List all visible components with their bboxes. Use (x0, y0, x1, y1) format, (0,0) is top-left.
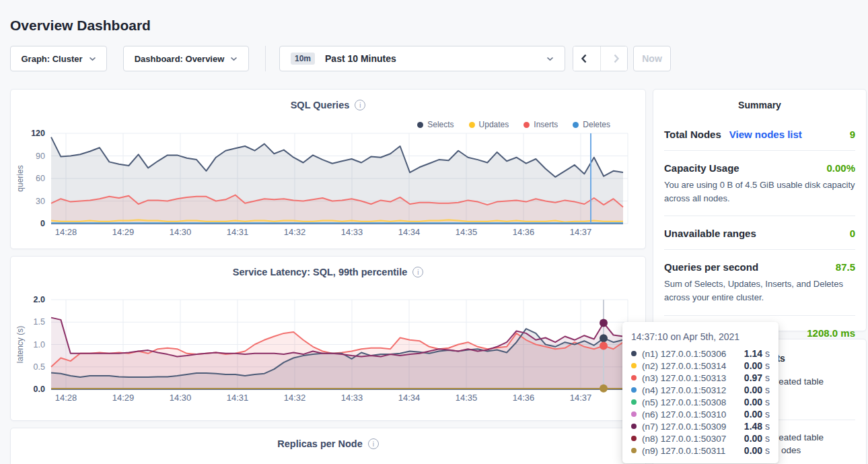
legend-item-inserts[interactable]: Inserts (523, 120, 558, 129)
p99-value: 1208.0 ms (807, 327, 855, 339)
unavailable-value: 0 (850, 228, 855, 239)
node-address: (n4) 127.0.0.1:50312 (642, 385, 726, 395)
event-item[interactable]: created table (771, 376, 824, 387)
total-nodes-value: 9 (850, 129, 855, 140)
chart-hover-tooltip: 14:37:10 on Apr 5th, 2021 (n1) 127.0.0.1… (622, 322, 779, 463)
total-nodes-label: Total Nodes (664, 129, 721, 140)
svg-text:1.0: 1.0 (34, 340, 45, 350)
time-range-selector[interactable]: 10m Past 10 Minutes (279, 46, 565, 71)
now-button[interactable]: Now (633, 46, 671, 71)
dashboard-dropdown[interactable]: Dashboard: Overview (123, 46, 249, 71)
info-icon[interactable] (412, 267, 423, 277)
latency-chart[interactable]: 0.00.51.01.52.014:2814:2914:3014:3114:32… (11, 292, 647, 412)
svg-text:14:34: 14:34 (398, 227, 421, 237)
time-prev-button[interactable] (573, 46, 594, 71)
chevron-down-icon (230, 57, 238, 61)
page-title: Overview Dashboard (10, 18, 151, 34)
node-dot-icon (631, 399, 637, 405)
view-nodes-list-link[interactable]: View nodes list (729, 129, 802, 140)
sql-queries-title-row: SQL Queries (11, 100, 645, 110)
qps-desc: Sum of Selects, Updates, Inserts, and De… (664, 277, 855, 304)
event-item[interactable]: created table odes (771, 431, 824, 457)
svg-text:90: 90 (36, 152, 45, 161)
svg-text:14:30: 14:30 (170, 393, 192, 403)
tooltip-node-row: (n3) 127.0.0.1:503130.97 s (631, 372, 770, 384)
legend-item-selects[interactable]: Selects (417, 120, 454, 129)
sql-queries-card: SQL Queries SelectsUpdatesInsertsDeletes… (10, 89, 646, 249)
node-latency-value: 0.00 s (744, 445, 770, 456)
legend-dot-icon (523, 122, 530, 128)
node-dot-icon (631, 387, 637, 393)
toolbar-divider (265, 46, 266, 71)
svg-text:14:29: 14:29 (112, 393, 135, 403)
summary-header: Summary (653, 90, 866, 110)
info-icon[interactable] (355, 100, 365, 110)
tooltip-node-row: (n4) 127.0.0.1:503120.00 s (631, 384, 770, 396)
sql-queries-chart[interactable]: 030609012014:2814:2914:3014:3114:3214:33… (11, 129, 647, 246)
node-latency-value: 1.48 s (744, 421, 770, 432)
sql-legend: SelectsUpdatesInsertsDeletes (417, 120, 610, 129)
node-address: (n3) 127.0.0.1:50313 (642, 373, 726, 383)
legend-dot-icon (469, 122, 475, 128)
svg-text:14:31: 14:31 (227, 393, 249, 403)
svg-text:14:32: 14:32 (284, 227, 306, 237)
summary-row-qps: Queries per second 87.5 Sum of Selects, … (664, 250, 855, 315)
time-pager (573, 46, 628, 71)
chevron-down-icon (89, 57, 96, 61)
latency-card: Service Latency: SQL, 99th percentile 0.… (10, 256, 646, 421)
tooltip-node-row: (n1) 127.0.0.1:503061.14 s (631, 347, 770, 360)
node-latency-value: 1.14 s (744, 348, 770, 359)
tooltip-node-row: (n8) 127.0.0.1:503070.00 s (631, 432, 770, 444)
chevron-down-icon (546, 57, 554, 61)
replicas-title-row: Replicas per Node (11, 438, 645, 449)
svg-text:14:31: 14:31 (227, 227, 249, 237)
sql-queries-title: SQL Queries (291, 100, 350, 110)
chevron-left-icon (580, 53, 587, 64)
node-address: (n2) 127.0.0.1:50314 (642, 361, 726, 371)
legend-item-deletes[interactable]: Deletes (573, 120, 610, 129)
svg-text:queries: queries (15, 165, 25, 191)
time-range-badge: 10m (291, 53, 315, 65)
node-address: (n6) 127.0.0.1:50310 (642, 409, 726, 420)
capacity-label: Capacity Usage (664, 162, 739, 174)
node-dot-icon (631, 375, 637, 380)
time-next-button[interactable] (606, 46, 627, 71)
info-icon[interactable] (368, 438, 379, 449)
node-dot-icon (631, 411, 637, 417)
svg-text:0.5: 0.5 (34, 362, 45, 372)
node-latency-value: 0.00 s (744, 397, 770, 407)
tooltip-node-row: (n2) 127.0.0.1:503140.00 s (631, 360, 770, 372)
unavailable-label: Unavailable ranges (664, 228, 756, 239)
summary-row-capacity: Capacity Usage 0.00% You are using 0 B o… (664, 151, 855, 216)
legend-item-updates[interactable]: Updates (469, 120, 509, 129)
svg-text:30: 30 (36, 197, 45, 206)
tooltip-node-row: (n7) 127.0.0.1:503091.48 s (631, 420, 770, 432)
svg-text:14:33: 14:33 (341, 227, 363, 237)
node-dot-icon (631, 424, 637, 429)
node-latency-value: 0.97 s (744, 372, 770, 383)
legend-dot-icon (573, 122, 579, 128)
svg-text:14:34: 14:34 (398, 393, 421, 403)
svg-text:14:32: 14:32 (284, 393, 306, 403)
legend-label: Deletes (583, 120, 610, 129)
graph-dropdown[interactable]: Graph: Cluster (10, 46, 107, 71)
latency-title-row: Service Latency: SQL, 99th percentile (11, 267, 645, 277)
capacity-desc: You are using 0 B of 4.5 GiB usable disk… (664, 178, 855, 205)
node-address: (n1) 127.0.0.1:50306 (642, 349, 726, 359)
node-latency-value: 0.00 s (744, 409, 770, 420)
svg-text:14:37: 14:37 (570, 227, 592, 237)
graph-dropdown-label: Graph: Cluster (21, 54, 82, 64)
svg-text:14:36: 14:36 (513, 227, 535, 237)
pager-divider (600, 46, 601, 71)
capacity-value: 0.00% (826, 162, 855, 174)
node-address: (n8) 127.0.0.1:50307 (642, 434, 726, 444)
node-address: (n9) 127.0.0.1:50311 (642, 446, 725, 456)
svg-text:14:33: 14:33 (341, 393, 363, 403)
legend-dot-icon (417, 122, 423, 128)
svg-text:14:36: 14:36 (513, 393, 535, 403)
svg-text:0: 0 (40, 219, 45, 228)
svg-text:2.0: 2.0 (34, 295, 45, 304)
svg-text:14:30: 14:30 (170, 227, 192, 237)
tooltip-node-row: (n6) 127.0.0.1:503100.00 s (631, 408, 770, 420)
tooltip-timestamp: 14:37:10 on Apr 5th, 2021 (631, 331, 770, 342)
